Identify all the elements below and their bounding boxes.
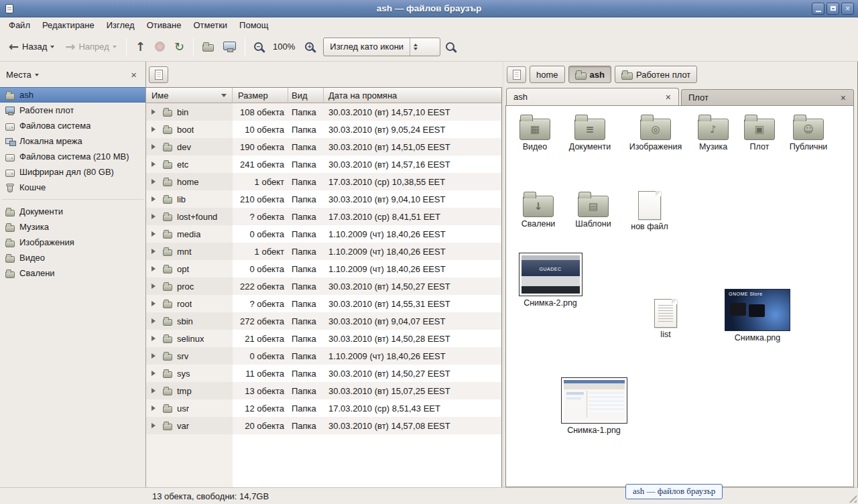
close-button[interactable]: × (841, 3, 854, 15)
reload-button[interactable]: ↻ (170, 37, 188, 57)
tree-row[interactable]: selinux 21 обекта Папка 30.03.2010 (вт) … (146, 330, 501, 347)
tree-row[interactable]: dev 190 обекта Папка 30.03.2010 (вт) 14,… (146, 138, 501, 155)
tree-row[interactable]: bin 108 обекта Папка 30.03.2010 (вт) 14,… (146, 103, 501, 121)
sidebar-item[interactable]: Шифриран дял (80 GB) (0, 164, 145, 180)
titlebar[interactable]: ash — файлов браузър × (0, 0, 858, 17)
tree-row[interactable]: media 0 обекта Папка 1.10.2009 (чт) 18,4… (146, 225, 501, 243)
zoom-out-button[interactable]: − (250, 38, 267, 55)
tree-row[interactable]: opt 0 обекта Папка 1.10.2009 (чт) 18,40,… (146, 260, 501, 277)
menu-item[interactable]: Отиване (141, 19, 188, 32)
column-header-type[interactable]: Вид (288, 88, 324, 103)
tree-row[interactable]: sys 11 обекта Папка 30.03.2010 (вт) 14,5… (146, 365, 501, 382)
icon-view[interactable]: Видео Документи Изображения (505, 105, 854, 487)
tree-row[interactable]: sbin 272 обекта Папка 30.03.2010 (вт) 9,… (146, 312, 501, 330)
home-button[interactable] (198, 38, 218, 56)
up-button[interactable]: ↑ (131, 37, 149, 57)
resize-grip[interactable] (847, 493, 857, 503)
maximize-button[interactable] (826, 3, 839, 15)
sidebar-item[interactable]: Свалени (0, 265, 145, 281)
path-button-current[interactable]: ash (568, 66, 611, 83)
expander-icon[interactable] (151, 371, 158, 376)
places-chevron-icon[interactable] (35, 74, 39, 78)
sidebar-item[interactable]: Видео (0, 250, 145, 265)
back-button[interactable]: ← Назад (4, 37, 59, 57)
sidebar-item[interactable]: Кошче (0, 180, 145, 195)
tree-rows[interactable]: bin 108 обекта Папка 30.03.2010 (вт) 14,… (146, 103, 501, 487)
expander-icon[interactable] (151, 179, 158, 184)
back-history-chevron-icon[interactable] (50, 46, 54, 50)
search-button[interactable] (442, 38, 458, 55)
sidebar-item[interactable]: Локална мрежа (0, 133, 145, 149)
view-mode-select[interactable]: Изглед като икони (323, 38, 440, 56)
expander-icon[interactable] (151, 214, 158, 219)
tree-row[interactable]: lost+found ? обекта Папка 17.03.2010 (ср… (146, 208, 501, 225)
menu-item[interactable]: Помощ (233, 19, 274, 32)
tree-row[interactable]: etc 241 обекта Папка 30.03.2010 (вт) 14,… (146, 155, 501, 173)
zoom-in-button[interactable]: + (301, 38, 318, 55)
tree-row[interactable]: mnt 1 обект Папка 1.10.2009 (чт) 18,40,2… (146, 243, 501, 260)
expander-icon[interactable] (151, 144, 158, 149)
folder-item[interactable]: Свалени (510, 191, 566, 229)
tree-row[interactable]: lib 210 обекта Папка 30.03.2010 (вт) 9,0… (146, 190, 501, 208)
path-button-desktop[interactable]: Работен плот (615, 66, 697, 83)
tree-row[interactable]: var 20 обекта Папка 30.03.2010 (вт) 14,5… (146, 417, 501, 434)
pane-location-button[interactable] (149, 66, 168, 83)
expander-icon[interactable] (151, 423, 158, 428)
tab-close-button[interactable]: × (839, 93, 848, 103)
sidebar-item[interactable]: Изображения (0, 235, 145, 250)
expander-icon[interactable] (151, 162, 158, 167)
tab[interactable]: ash × (506, 88, 679, 105)
expander-icon[interactable] (151, 231, 158, 237)
computer-button[interactable] (219, 38, 240, 56)
sidebar-item[interactable]: Файлова система (210 MB) (0, 149, 145, 164)
tree-row[interactable]: srv 0 обекта Папка 1.10.2009 (чт) 18,40,… (146, 347, 501, 365)
sidebar-item[interactable]: ash (0, 87, 145, 103)
expander-icon[interactable] (151, 301, 158, 306)
folder-item[interactable]: Изображения (627, 114, 684, 152)
forward-button[interactable]: → Напред (60, 37, 121, 57)
path-button-home[interactable]: home (530, 66, 565, 83)
image-file-item[interactable]: GUADEC Снимка-2.png (513, 253, 587, 308)
image-file-item[interactable]: Снимка-1.png (557, 377, 631, 436)
menu-item[interactable]: Изглед (101, 19, 141, 32)
column-header-name[interactable]: Име (146, 88, 233, 103)
tree-row[interactable]: proc 222 обекта Папка 30.03.2010 (вт) 14… (146, 277, 501, 295)
tree-row[interactable]: root ? обекта Папка 30.03.2010 (вт) 14,5… (146, 295, 501, 312)
places-close-button[interactable]: × (128, 69, 139, 80)
places-title[interactable]: Места (6, 70, 32, 80)
menu-item[interactable]: Файл (3, 19, 36, 32)
pathbar-root-button[interactable] (507, 66, 526, 83)
expander-icon[interactable] (151, 196, 158, 202)
expander-icon[interactable] (151, 266, 158, 271)
menu-item[interactable]: Отметки (187, 19, 233, 32)
image-file-item[interactable]: GNOME Store Снимка.png (721, 289, 794, 343)
expander-icon[interactable] (151, 336, 158, 341)
expander-icon[interactable] (151, 318, 158, 324)
tree-row[interactable]: boot 10 обекта Папка 30.03.2010 (вт) 9,0… (146, 121, 501, 138)
column-header-size[interactable]: Размер (233, 88, 288, 103)
expander-icon[interactable] (151, 284, 158, 289)
expander-icon[interactable] (151, 388, 158, 393)
expander-icon[interactable] (151, 405, 158, 411)
folder-item[interactable]: Видео (507, 114, 563, 152)
expander-icon[interactable] (151, 249, 158, 254)
column-header-date[interactable]: Дата на промяна (324, 88, 501, 103)
folder-item[interactable]: Шаблони (565, 191, 621, 229)
sidebar-item[interactable]: Документи (0, 204, 145, 219)
tree-row[interactable]: tmp 13 обекта Папка 30.03.2010 (вт) 15,0… (146, 382, 501, 399)
folder-item[interactable]: Документи (562, 114, 618, 152)
sidebar-item[interactable]: Работен плот (0, 103, 145, 118)
stop-button[interactable] (151, 38, 169, 56)
expander-icon[interactable] (151, 109, 158, 115)
sidebar-item[interactable]: Файлова система (0, 118, 145, 133)
tab-close-button[interactable]: × (664, 92, 673, 102)
sidebar-item[interactable]: Музика (0, 219, 145, 235)
file-item[interactable]: list (637, 299, 694, 340)
tab[interactable]: Плот × (681, 89, 854, 105)
folder-item[interactable]: Публични (780, 114, 837, 152)
expander-icon[interactable] (151, 127, 158, 132)
menu-item[interactable]: Редактиране (36, 19, 101, 32)
tree-row[interactable]: home 1 обект Папка 17.03.2010 (ср) 10,38… (146, 173, 501, 190)
zoom-level[interactable]: 100% (268, 42, 300, 52)
expander-icon[interactable] (151, 353, 158, 359)
